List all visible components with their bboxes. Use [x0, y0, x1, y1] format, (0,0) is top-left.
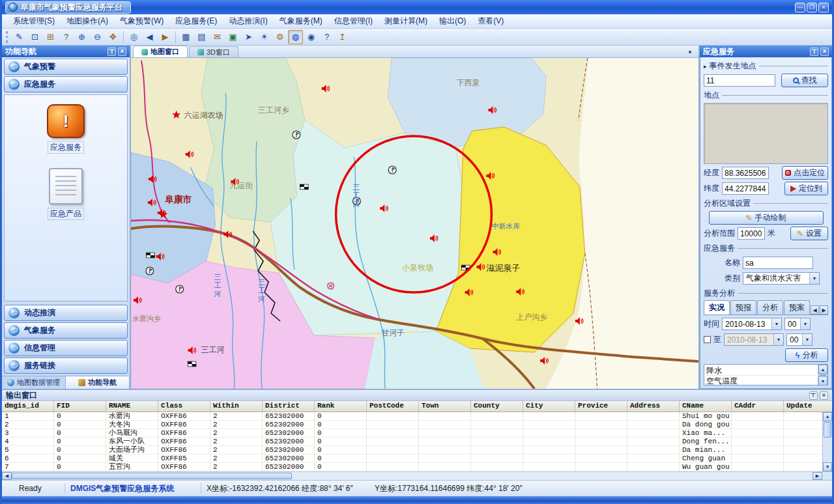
list-scrollbar[interactable]: ▲ ▼ — [818, 365, 827, 385]
mail-tool[interactable]: ✉ — [210, 30, 225, 44]
launch-emergency-service[interactable]: !应急服务 — [47, 104, 85, 154]
emergency-analysis-tool[interactable]: ◍ — [288, 30, 303, 44]
table-vertical-scrollbar[interactable]: ▲ ▼ — [822, 412, 832, 471]
column-header[interactable]: CAddr — [732, 401, 784, 412]
scroll-thumb[interactable] — [824, 422, 831, 438]
select-plus-tool[interactable]: ⊞ — [43, 30, 58, 44]
pin-icon[interactable]: ⊥ — [810, 48, 818, 56]
tab-map-data-management[interactable]: 地图数据管理 — [2, 376, 66, 389]
tab-live[interactable]: 实况 — [704, 300, 730, 315]
column-header[interactable]: City — [523, 401, 575, 412]
to-hour-picker[interactable]: 00 ▼ — [786, 333, 812, 346]
find-button[interactable]: 查找 — [781, 74, 828, 87]
tab-map-window[interactable]: 地图窗口 — [133, 46, 188, 57]
locate-by-click-button[interactable]: 点击定位 — [782, 166, 828, 180]
time-date-picker[interactable]: 2010-08-13 ▼ — [722, 318, 782, 330]
close-icon[interactable]: × — [820, 391, 828, 400]
menu-weather-service[interactable]: 气象服务(M) — [274, 14, 328, 28]
nav-weather-warning[interactable]: 气象预警 — [4, 59, 128, 75]
scroll-down-icon[interactable]: ▼ — [818, 376, 827, 385]
table-row[interactable]: 20大冬沟OXFF8626523020000Da dong gou — [2, 421, 832, 429]
scroll-down-icon[interactable]: ▼ — [823, 462, 832, 471]
column-header[interactable]: County — [471, 401, 523, 412]
column-header[interactable]: Provice — [575, 401, 627, 412]
column-header[interactable]: dmgis_id — [2, 401, 54, 412]
close-icon[interactable]: × — [820, 48, 829, 56]
eye-tool[interactable]: ◉ — [304, 30, 319, 44]
print-tool[interactable]: ▣ — [225, 30, 240, 44]
tab-plan[interactable]: 预案 — [784, 300, 810, 315]
menu-emergency-service[interactable]: 应急服务(E) — [169, 14, 223, 28]
column-header[interactable]: Town — [419, 401, 471, 412]
column-header[interactable]: CName — [680, 401, 732, 412]
pin-icon[interactable]: ⊥ — [108, 48, 116, 56]
menu-dynamic-deduction[interactable]: 动态推演(I) — [223, 14, 273, 28]
service-type-select[interactable]: 气象和洪水灾害 ▼ — [743, 272, 820, 285]
flag-marker[interactable] — [300, 184, 308, 189]
column-header[interactable]: PostCode — [367, 401, 419, 412]
nav-emergency-service[interactable]: 应急服务 — [4, 76, 128, 92]
tab-3d-window[interactable]: 3D窗口 — [189, 46, 238, 57]
edit-tool[interactable]: ✎ — [12, 30, 27, 44]
weather-station-marker[interactable] — [293, 131, 300, 139]
manual-draw-button[interactable]: ✎ 手动绘制 — [709, 211, 824, 225]
nav-info-management[interactable]: 信息管理 — [4, 340, 128, 356]
column-header[interactable]: Within — [210, 401, 263, 412]
prev-extent-tool[interactable]: ◀ — [142, 30, 157, 44]
column-header[interactable]: Class — [158, 401, 210, 412]
menu-output-menu[interactable]: 输出(O) — [433, 14, 472, 28]
table-row[interactable]: 50大面场子沟OXFF8626523020000Da mian... — [2, 446, 832, 455]
export-tool[interactable]: ↥ — [335, 30, 350, 44]
scroll-left-icon[interactable]: ◀ — [2, 472, 12, 480]
tab-scroll-left-icon[interactable]: ◀ — [811, 305, 819, 315]
launch-emergency-product[interactable]: 应急产品 — [48, 168, 84, 220]
locate-to-button[interactable]: 定位到 — [784, 182, 828, 195]
layers-tool[interactable]: ▤ — [194, 30, 209, 44]
to-checkbox[interactable] — [704, 336, 711, 343]
table-row[interactable]: 70五官沟OXFF8626523020000Wu guan gou — [2, 463, 832, 471]
column-header[interactable]: Update — [784, 401, 832, 412]
latitude-input[interactable] — [722, 182, 769, 195]
menu-map-operations[interactable]: 地图操作(A) — [61, 14, 114, 28]
weather-element-item[interactable]: 空气温度 — [706, 376, 816, 385]
place-list[interactable] — [704, 103, 828, 164]
weather-station-marker[interactable] — [146, 267, 154, 275]
menu-measure-calc[interactable]: 测量计算(M) — [379, 14, 433, 28]
chevron-down-icon[interactable]: ▼ — [687, 49, 697, 57]
identify-tool[interactable]: ? — [59, 30, 74, 44]
table-row[interactable]: 10水磨沟OXFF8626523020000Shui mo gou — [2, 412, 832, 421]
select-box-tool[interactable]: ⊡ — [27, 30, 42, 44]
maximize-button[interactable]: ❐ — [807, 3, 817, 12]
scroll-up-icon[interactable]: ▲ — [823, 412, 832, 421]
service-name-input[interactable] — [743, 257, 813, 269]
toolbar-grip[interactable] — [6, 31, 8, 43]
range-input[interactable] — [738, 227, 765, 240]
next-extent-tool[interactable]: ▶ — [158, 30, 173, 44]
to-date-picker[interactable]: 2010-08-13 ▼ — [724, 333, 784, 346]
pin-icon[interactable]: ⊥ — [809, 391, 818, 400]
close-icon[interactable]: × — [118, 48, 126, 56]
settings-tool[interactable]: ⚙ — [272, 30, 287, 44]
weather-element-item[interactable]: 降水 — [706, 365, 816, 376]
tab-function-nav[interactable]: 功能导航 — [66, 376, 130, 389]
zoom-out-tool[interactable]: ⊖ — [90, 30, 105, 44]
weather-station-marker[interactable] — [176, 285, 184, 293]
nav-service-links[interactable]: 服务链接 — [4, 357, 128, 374]
scroll-thumb[interactable] — [12, 473, 292, 479]
minimize-button[interactable]: — — [795, 3, 805, 12]
time-hour-picker[interactable]: 00 ▼ — [784, 318, 811, 330]
map-canvas[interactable]: 六运湖农场三工河乡下西泉阜康市九运街滋泥泉子中新水库小泉牧场上户沟乡甘河子三工河… — [131, 58, 698, 389]
tab-scroll-right-icon[interactable]: ▶ — [820, 305, 828, 315]
help-tool[interactable]: ? — [319, 30, 334, 44]
nav-dynamic-deduction[interactable]: 动态推演 — [4, 305, 128, 321]
column-header[interactable]: RNAME — [106, 401, 158, 412]
column-header[interactable]: Address — [627, 401, 680, 412]
menu-weather-warning[interactable]: 气象预警(W) — [114, 14, 169, 28]
column-header[interactable]: District — [263, 401, 315, 412]
menu-system-management[interactable]: 系统管理(S) — [7, 14, 61, 28]
scroll-thumb[interactable] — [819, 374, 827, 376]
flag-marker[interactable] — [146, 253, 154, 258]
zoom-in-tool[interactable]: ⊕ — [74, 30, 89, 44]
flag-marker[interactable] — [188, 361, 196, 367]
table-row[interactable]: 40东风一小队OXFF8626523020000Dong fen... — [2, 438, 832, 446]
